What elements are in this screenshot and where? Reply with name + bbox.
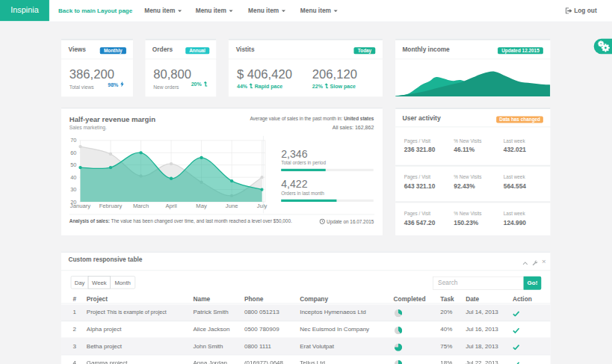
svg-text:February: February xyxy=(99,203,123,209)
svg-text:May: May xyxy=(196,203,207,209)
svg-text:70: 70 xyxy=(70,137,76,144)
svg-text:March: March xyxy=(133,203,149,209)
svg-text:40: 40 xyxy=(70,174,76,181)
svg-text:30: 30 xyxy=(70,186,76,193)
svg-text:April: April xyxy=(165,203,177,209)
svg-text:June: June xyxy=(226,203,238,209)
svg-text:July: July xyxy=(257,203,268,209)
svg-text:60: 60 xyxy=(70,149,76,156)
svg-text:50: 50 xyxy=(70,161,76,168)
svg-text:January: January xyxy=(70,203,90,209)
